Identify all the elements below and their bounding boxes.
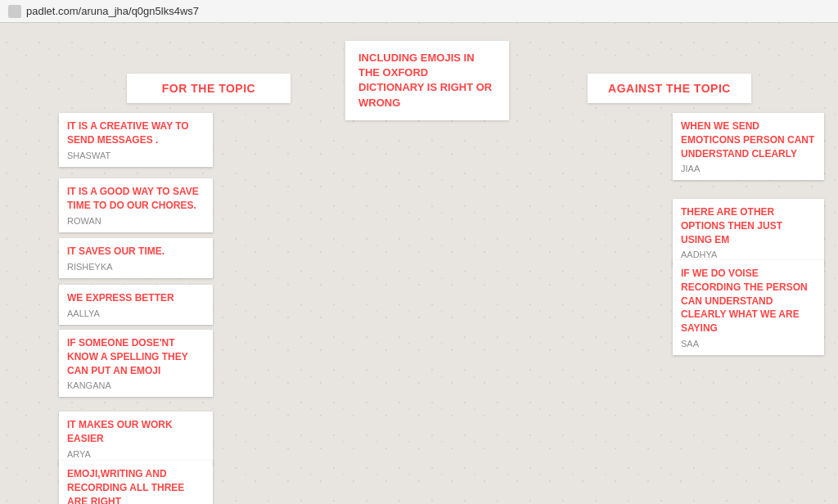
card-text: IT IS A GOOD WAY TO SAVE TIME TO DO OUR … [67,185,205,213]
for-card-4: IF SOMEONE DOSE'NT KNOW A SPELLING THEY … [59,330,213,397]
card-text: EMOJI,WRITING AND RECORDING ALL THREE AR… [67,467,205,504]
card-text: WE EXPRESS BETTER [67,291,205,305]
card-author: SHASWAT [67,151,205,160]
for-card-3: WE EXPRESS BETTER AALLYA [59,285,213,325]
card-author: SAA [681,339,816,349]
card-author: JIAA [681,164,816,173]
card-author: ARYA [67,449,205,459]
browser-bar: padlet.com/aruna_jha/q0gn5lks4ws7 [0,0,838,23]
against-card-0: WHEN WE SEND EMOTICONS PERSON CANT UNDER… [673,113,824,180]
card-author: AALLYA [67,308,205,318]
for-card-2: IT SAVES OUR TIME. RISHEYKA [59,238,213,278]
favicon-icon [8,5,21,18]
browser-url: padlet.com/aruna_jha/q0gn5lks4ws7 [26,5,199,17]
card-text: IF WE DO VOISE RECORDING THE PERSON CAN … [681,267,816,335]
card-text: IF SOMEONE DOSE'NT KNOW A SPELLING THEY … [67,336,205,377]
card-text: IT MAKES OUR WORK EASIER [67,418,205,446]
center-title: INCLUDING EMOJIS IN THE OXFORD DICTIONAR… [345,41,509,120]
for-topic-header: FOR THE TOPIC [127,74,291,103]
against-card-1: THERE ARE OTHER OPTIONS THEN JUST USING … [673,199,824,266]
for-card-0: IT IS A CREATIVE WAY TO SEND MESSAGES . … [59,113,213,167]
against-card-2: IF WE DO VOISE RECORDING THE PERSON CAN … [673,260,824,355]
for-card-1: IT IS A GOOD WAY TO SAVE TIME TO DO OUR … [59,178,213,232]
against-topic-header: AGAINST THE TOPIC [588,74,751,103]
card-text: WHEN WE SEND EMOTICONS PERSON CANT UNDER… [681,119,816,160]
for-card-6: EMOJI,WRITING AND RECORDING ALL THREE AR… [59,461,213,504]
card-author: AADHYA [681,250,816,259]
center-title-text: INCLUDING EMOJIS IN THE OXFORD DICTIONAR… [358,52,492,109]
padlet-board: INCLUDING EMOJIS IN THE OXFORD DICTIONAR… [0,23,838,504]
card-author: ROWAN [67,216,205,226]
for-card-5: IT MAKES OUR WORK EASIER ARYA [59,412,213,466]
card-text: IT IS A CREATIVE WAY TO SEND MESSAGES . [67,119,205,147]
card-author: RISHEYKA [67,262,205,272]
card-author: KANGANA [67,380,205,390]
card-text: IT SAVES OUR TIME. [67,245,205,259]
card-text: THERE ARE OTHER OPTIONS THEN JUST USING … [681,205,816,246]
